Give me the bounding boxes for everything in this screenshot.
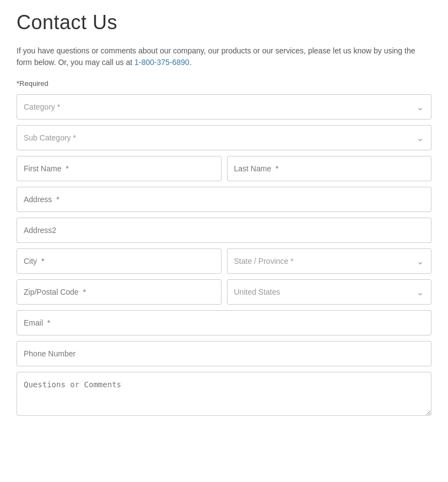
comments-group <box>17 372 431 418</box>
zip-input[interactable] <box>17 279 222 305</box>
last-name-input[interactable] <box>227 156 432 181</box>
page-title: Contact Us <box>17 11 431 34</box>
phone-group <box>17 341 431 366</box>
required-note: *Required <box>17 79 431 88</box>
city-input[interactable] <box>17 248 222 274</box>
comments-textarea[interactable] <box>17 372 431 416</box>
state-province-select[interactable]: State / Province * <box>227 248 432 274</box>
phone-link[interactable]: 1-800-375-6890 <box>134 58 190 67</box>
city-state-row: State / Province * ⌄ <box>17 248 431 274</box>
address2-input[interactable] <box>17 218 431 243</box>
state-province-group: State / Province * ⌄ <box>227 248 432 274</box>
address-input[interactable] <box>17 187 431 212</box>
name-row <box>17 156 431 181</box>
subcategory-select-wrapper: Sub Category * ⌄ <box>17 125 431 150</box>
email-group <box>17 310 431 335</box>
category-group: Category * ⌄ <box>17 94 431 120</box>
city-group <box>17 248 222 274</box>
email-input[interactable] <box>17 310 431 335</box>
phone-input[interactable] <box>17 341 431 366</box>
country-group: United States ⌄ <box>227 279 432 305</box>
country-select-wrapper: United States ⌄ <box>227 279 432 305</box>
zip-group <box>17 279 222 305</box>
first-name-group <box>17 156 222 181</box>
zip-country-row: United States ⌄ <box>17 279 431 305</box>
page-description: If you have questions or comments about … <box>17 45 431 68</box>
address2-group <box>17 218 431 243</box>
category-select-wrapper: Category * ⌄ <box>17 94 431 120</box>
state-select-wrapper: State / Province * ⌄ <box>227 248 432 274</box>
category-select[interactable]: Category * <box>17 94 431 120</box>
first-name-input[interactable] <box>17 156 222 181</box>
last-name-group <box>227 156 432 181</box>
country-select[interactable]: United States <box>227 279 432 305</box>
address-group <box>17 187 431 212</box>
subcategory-select[interactable]: Sub Category * <box>17 125 431 150</box>
subcategory-group: Sub Category * ⌄ <box>17 125 431 150</box>
